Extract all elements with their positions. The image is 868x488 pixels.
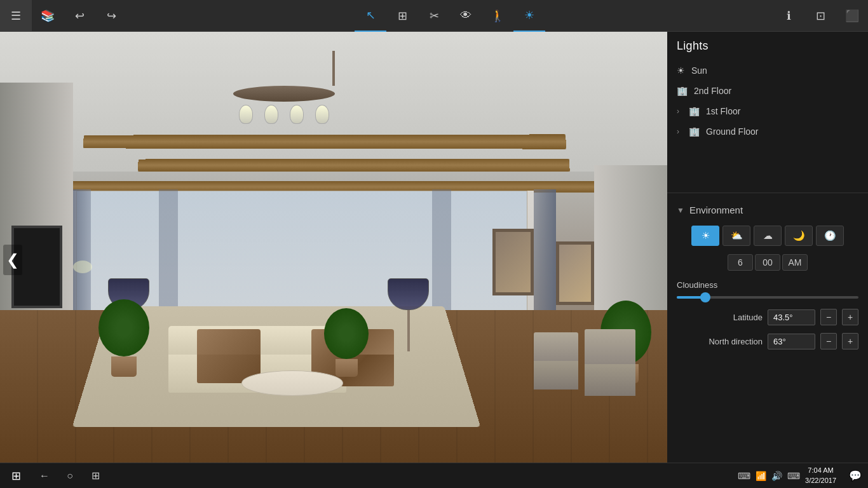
walk-button[interactable]: 🚶 <box>482 0 513 32</box>
plant-1 <box>98 299 149 377</box>
perspective-button[interactable]: ⬛ <box>836 0 868 32</box>
time-preset-buttons: ☀ ⛅ ☁ 🌙 🕐 <box>667 220 868 251</box>
select-button[interactable]: ↖ <box>355 0 386 32</box>
time-btn-cloudy[interactable]: ☁ <box>754 226 782 246</box>
cloudiness-slider-thumb[interactable] <box>700 292 710 302</box>
taskbar-system-tray: ⌨ 📶 🔊 ⌨ 7:04 AM 3/22/2017 <box>731 466 843 485</box>
ground-floor-expand-icon: › <box>677 127 679 136</box>
1st-floor-expand-icon: › <box>677 107 679 116</box>
redo-button[interactable]: ↪ <box>95 0 127 32</box>
north-direction-label: North direction <box>677 337 763 346</box>
ground-floor-label: Ground Floor <box>706 126 758 137</box>
environment-title[interactable]: ▼ Environment <box>667 200 868 220</box>
north-direction-decrement-button[interactable]: − <box>820 333 837 349</box>
cloudiness-slider-track[interactable] <box>677 296 858 299</box>
top-toolbar: ☰ 📚 ↩ ↪ ↖ ⊞ ✂ 👁 🚶 ☀ ℹ ⊡ ⬛ <box>0 0 868 32</box>
wall-lamp <box>73 261 92 273</box>
viewport[interactable]: ❮ <box>0 32 667 488</box>
taskbar: ⊞ ← ○ ⊞ ⌨ 📶 🔊 ⌨ 7:04 AM 3/22/2017 💬 <box>0 463 868 488</box>
2nd-floor-icon: 🏢 <box>677 86 688 96</box>
latitude-input[interactable] <box>768 309 815 325</box>
time-btn-night[interactable]: 🌙 <box>785 226 813 246</box>
latitude-row: Latitude − + <box>667 305 868 329</box>
dining-chair-2 <box>585 329 635 396</box>
north-direction-increment-button[interactable]: + <box>842 333 858 349</box>
info-button[interactable]: ℹ <box>773 0 804 32</box>
time-hour[interactable]: 6 <box>728 254 753 271</box>
home-button[interactable]: ○ <box>57 463 83 489</box>
light-item-sun[interactable]: ☀ Sun <box>667 60 868 81</box>
light-item-1st-floor[interactable]: › 🏢 1st Floor <box>667 101 868 121</box>
light-button[interactable]: ☀ <box>513 0 545 32</box>
floor-lamp-right <box>388 278 429 351</box>
environment-label: Environment <box>689 205 743 215</box>
environment-collapse-icon: ▼ <box>677 206 684 215</box>
menu-button[interactable]: ☰ <box>0 0 32 32</box>
measure-button[interactable]: ✂ <box>418 0 450 32</box>
time-ampm[interactable]: AM <box>782 254 808 271</box>
room-scene: ❮ <box>0 32 667 488</box>
latitude-decrement-button[interactable]: − <box>820 309 837 325</box>
time-btn-clock[interactable]: 🕐 <box>816 226 844 246</box>
painting-2 <box>556 241 594 305</box>
sun-light-icon: ☀ <box>677 65 685 76</box>
volume-icon[interactable]: 🔊 <box>771 471 782 481</box>
multitask-button[interactable]: ⊞ <box>83 463 108 489</box>
dining-chair-1 <box>534 332 578 390</box>
system-clock[interactable]: 7:04 AM 3/22/2017 <box>805 466 836 485</box>
time-btn-clear[interactable]: ☀ <box>691 226 719 246</box>
1st-floor-icon: 🏢 <box>689 106 700 116</box>
nav-arrow-left[interactable]: ❮ <box>3 245 22 275</box>
view-button[interactable]: 👁 <box>450 0 482 32</box>
notification-button[interactable]: 💬 <box>843 463 868 489</box>
light-item-ground-floor[interactable]: › 🏢 Ground Floor <box>667 121 868 142</box>
back-button[interactable]: ← <box>32 463 57 489</box>
latitude-increment-button[interactable]: + <box>842 309 858 325</box>
clock-time: 7:04 AM <box>805 466 836 475</box>
sun-light-label: Sun <box>691 65 707 76</box>
latitude-label: Latitude <box>677 313 763 322</box>
panel-content: Lights ☀ Sun 🏢 2nd Floor › 🏢 1st Floor ›… <box>667 32 868 488</box>
painting-1 <box>492 229 534 295</box>
lights-section-title: Lights <box>667 32 868 60</box>
chandelier <box>283 51 384 124</box>
cloudiness-slider-container <box>667 293 868 305</box>
north-direction-row: North direction − + <box>667 329 868 353</box>
library-button[interactable]: 📚 <box>32 0 64 32</box>
window2d-button[interactable]: ⊡ <box>804 0 836 32</box>
plant-2 <box>324 308 369 377</box>
right-panel: 🔨 🪑 🖌 📷 ☀ 🏠 Lights ☀ Sun 🏢 2nd Floor › 🏢… <box>667 0 868 488</box>
north-direction-input[interactable] <box>768 334 815 349</box>
environment-section: ▼ Environment ☀ ⛅ ☁ 🌙 🕐 6 00 AM Cloudine… <box>667 193 868 353</box>
network-icon[interactable]: 📶 <box>756 471 766 481</box>
clock-date: 3/22/2017 <box>805 476 836 485</box>
cloudiness-label: Cloudiness <box>667 274 868 293</box>
keyboard-icon[interactable]: ⌨ <box>738 471 750 481</box>
ground-floor-icon: 🏢 <box>689 126 700 137</box>
arrange-button[interactable]: ⊞ <box>386 0 418 32</box>
2nd-floor-label: 2nd Floor <box>694 86 731 96</box>
time-minute[interactable]: 00 <box>755 254 780 271</box>
light-item-2nd-floor[interactable]: 🏢 2nd Floor <box>667 81 868 101</box>
undo-button[interactable]: ↩ <box>64 0 95 32</box>
1st-floor-label: 1st Floor <box>706 106 740 116</box>
start-button[interactable]: ⊞ <box>0 463 32 489</box>
time-display: 6 00 AM <box>667 251 868 274</box>
input-icon[interactable]: ⌨ <box>787 471 800 481</box>
time-btn-partly-cloudy[interactable]: ⛅ <box>722 226 750 246</box>
